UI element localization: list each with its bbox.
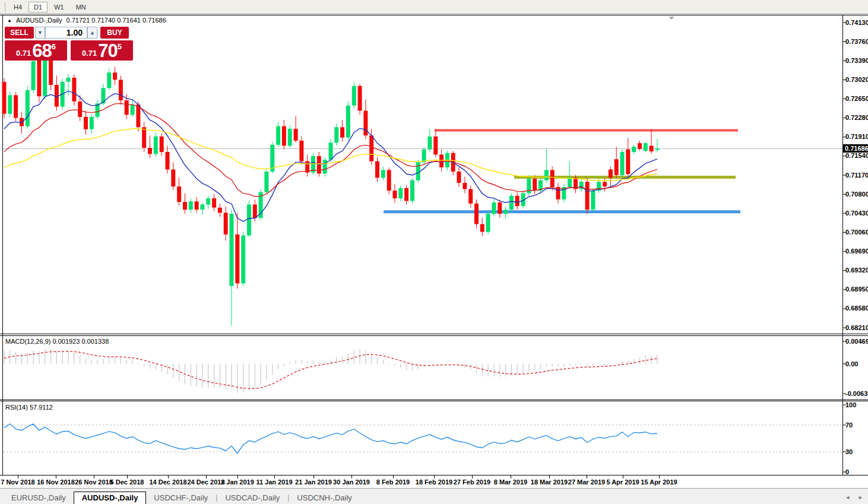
price-axis-label: 0.70800 bbox=[845, 191, 868, 198]
one-click-trade-panel: SELL ▼ 1.00 ▲ BUY 0.71 68 6 0.71 70 5 bbox=[5, 27, 133, 61]
buy-price-main: 70 bbox=[98, 42, 117, 60]
symbol-tab-bar: EURUSD-,DailyAUDUSD-,DailyUSDCHF-,Daily|… bbox=[0, 488, 868, 504]
indicator-axis-label: 0 bbox=[845, 468, 849, 476]
price-axis-label: 0.68210 bbox=[845, 324, 868, 331]
indicator-axis-label: 30 bbox=[845, 448, 853, 455]
sell-price-main: 68 bbox=[32, 42, 51, 60]
price-axis-label: 0.73760 bbox=[845, 38, 868, 45]
chart-header: ▲ AUDUSD-,Daily 0.71721 0.71740 0.71641 … bbox=[7, 17, 166, 24]
indicator-axis-label: 100 bbox=[845, 401, 856, 408]
price-axis-label: 0.68580 bbox=[845, 305, 868, 312]
timeframe-button-mn[interactable]: MN bbox=[71, 2, 91, 12]
sell-button[interactable]: SELL bbox=[5, 27, 34, 39]
tab-usdcad--daily[interactable]: USDCAD-,Daily bbox=[217, 492, 287, 504]
indicator-axis-label: -0.00639 bbox=[845, 390, 868, 397]
price-axis-label: 0.71170 bbox=[845, 172, 868, 179]
price-axis-label: 0.70060 bbox=[845, 229, 868, 236]
tab-eurusd--daily[interactable]: EURUSD-,Daily bbox=[4, 492, 74, 504]
timeframe-button-w1[interactable]: W1 bbox=[49, 2, 69, 12]
indicator-axis-label: 0.004694 bbox=[845, 338, 868, 345]
tab-usdcnh--daily[interactable]: USDCNH-,Daily bbox=[289, 492, 359, 504]
symbol-title: AUDUSD-,Daily bbox=[16, 17, 62, 24]
tab-audusd--daily[interactable]: AUDUSD-,Daily bbox=[74, 492, 147, 504]
price-axis-label: 0.68950 bbox=[845, 286, 868, 293]
price-axis-label: 0.69320 bbox=[845, 267, 868, 274]
price-axis-label: 0.72650 bbox=[845, 95, 868, 102]
date-axis-label: 15 Apr 2019 bbox=[632, 478, 686, 486]
price-axis-label: 0.69690 bbox=[845, 248, 868, 255]
volume-input[interactable]: 1.00 bbox=[45, 27, 87, 39]
volume-decrease-icon[interactable]: ▼ bbox=[35, 27, 45, 39]
tab-scroll-right-icon[interactable]: ► bbox=[858, 495, 863, 500]
collapse-panel-icon[interactable]: ▲ bbox=[7, 18, 12, 23]
timeframe-toolbar: H4D1W1MN bbox=[0, 0, 868, 14]
tab-usdchf--daily[interactable]: USDCHF-,Daily bbox=[146, 492, 216, 504]
price-axis-label: 0.74130 bbox=[845, 19, 868, 26]
buy-price-box[interactable]: 0.71 70 5 bbox=[71, 40, 133, 61]
chart-canvas[interactable] bbox=[0, 0, 868, 504]
price-axis-label: 0.71540 bbox=[845, 152, 868, 159]
timeframe-button-d1[interactable]: D1 bbox=[28, 2, 47, 12]
buy-price-pip: 5 bbox=[118, 42, 122, 51]
current-price-tag: 0.71686 bbox=[843, 144, 868, 153]
price-axis-label: 0.72280 bbox=[845, 114, 868, 121]
price-axis-label: 0.73020 bbox=[845, 76, 868, 83]
buy-button[interactable]: BUY bbox=[100, 27, 129, 39]
price-axis-label: 0.70430 bbox=[845, 210, 868, 217]
ohlc-values: 0.71721 0.71740 0.71641 0.71686 bbox=[66, 17, 166, 24]
timeframe-button-h4[interactable]: H4 bbox=[8, 2, 27, 12]
sell-price-prefix: 0.71 bbox=[16, 49, 31, 58]
volume-increase-icon[interactable]: ▲ bbox=[87, 27, 97, 39]
rsi-indicator-label: RSI(14) 57.9112 bbox=[5, 404, 53, 411]
price-axis-label: 0.73390 bbox=[845, 57, 868, 64]
indicator-axis-label: 0.00 bbox=[845, 360, 858, 367]
price-axis-label: 0.71910 bbox=[845, 133, 868, 140]
buy-price-prefix: 0.71 bbox=[82, 49, 97, 58]
toolbar-separator bbox=[5, 2, 5, 12]
macd-indicator-label: MACD(12,26,9) 0.001923 0.001338 bbox=[5, 338, 109, 345]
tab-scroll-left-icon[interactable]: ◄ bbox=[845, 495, 850, 500]
sell-price-pip: 6 bbox=[52, 42, 56, 51]
indicator-axis-label: 70 bbox=[845, 421, 853, 429]
sell-price-box[interactable]: 0.71 68 6 bbox=[5, 40, 67, 61]
